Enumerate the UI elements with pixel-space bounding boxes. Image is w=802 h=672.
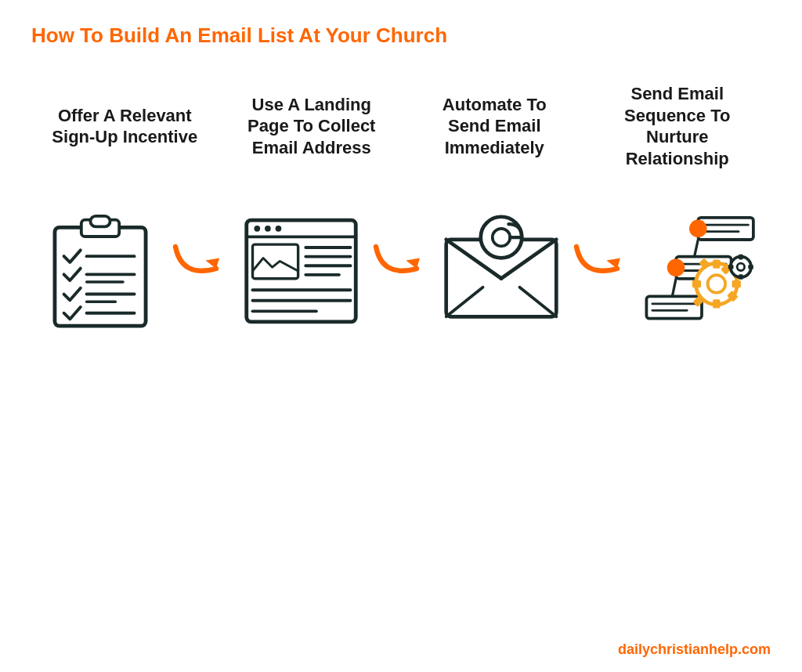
page-container: How To Build An Email List At Your Churc… [0, 0, 802, 672]
svg-point-46 [708, 275, 726, 293]
step-4-icon-col [633, 212, 771, 330]
step-1-icon-col [31, 212, 169, 330]
svg-point-35 [689, 220, 707, 238]
svg-rect-50 [692, 280, 701, 287]
step-1-title: Offer A Relevant Sign-Up Incentive [46, 79, 203, 173]
svg-line-44 [672, 279, 676, 297]
svg-rect-40 [646, 296, 702, 318]
footer-url: dailychristianhelp.com [618, 641, 771, 658]
step-3-title: Automate To Send Email Immediately [420, 79, 569, 173]
automation-icon [639, 212, 764, 330]
svg-rect-59 [748, 265, 753, 269]
svg-rect-48 [713, 299, 720, 308]
arrow-1 [169, 212, 232, 291]
svg-point-14 [275, 226, 281, 232]
svg-point-12 [254, 226, 260, 232]
step-2-title: Use A Landing Page To Collect Email Addr… [233, 79, 390, 173]
email-icon [443, 212, 560, 322]
svg-rect-47 [713, 259, 720, 268]
step-2-icon-col [232, 212, 370, 330]
arrow-2 [370, 212, 432, 291]
svg-rect-2 [90, 216, 110, 227]
arrow-2-svg [370, 228, 432, 291]
step-4-title: Send Email Sequence To Nurture Relations… [599, 79, 756, 173]
svg-rect-60 [728, 265, 734, 269]
clipboard-icon [45, 212, 155, 330]
svg-point-39 [667, 258, 685, 276]
page-title: How To Build An Email List At Your Churc… [31, 23, 771, 48]
svg-point-30 [493, 229, 511, 247]
svg-point-13 [265, 226, 271, 232]
svg-rect-57 [739, 255, 743, 260]
arrow-3-svg [570, 228, 633, 291]
svg-rect-49 [732, 280, 741, 287]
arrow-3 [570, 212, 633, 291]
step-3-icon-col [432, 212, 570, 322]
browser-icon [240, 212, 362, 330]
arrow-1-svg [169, 228, 232, 291]
svg-rect-0 [55, 227, 146, 326]
svg-point-56 [737, 263, 744, 270]
svg-line-43 [695, 240, 699, 257]
svg-rect-58 [739, 274, 743, 280]
